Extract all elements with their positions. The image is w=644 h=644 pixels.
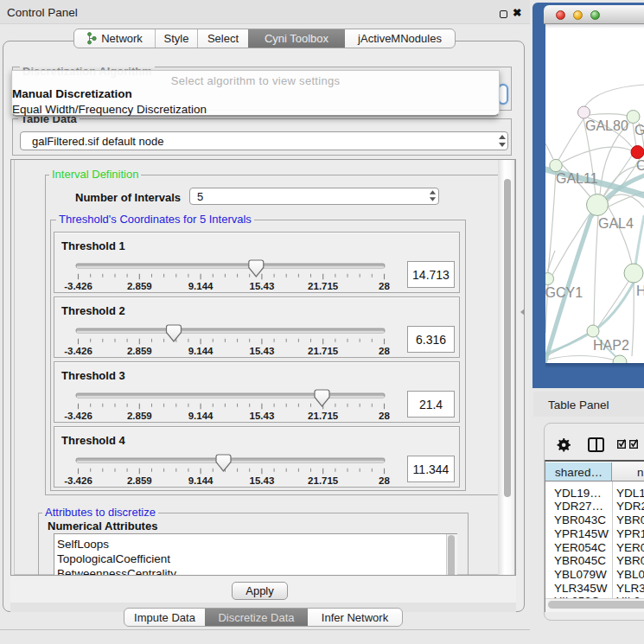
svg-text:28: 28	[379, 281, 390, 291]
svg-text:15.43: 15.43	[250, 346, 275, 356]
svg-text:GAL4: GAL4	[598, 216, 634, 231]
svg-text:15.43: 15.43	[250, 475, 275, 486]
svg-text:9.144: 9.144	[188, 346, 214, 356]
svg-text:-3.426: -3.426	[64, 411, 92, 421]
svg-text:2.859: 2.859	[127, 346, 152, 356]
svg-text:9.144: 9.144	[188, 281, 214, 291]
svg-text:GAL11: GAL11	[556, 171, 598, 186]
svg-text:GA: GA	[634, 123, 644, 137]
svg-text:2.859: 2.859	[127, 475, 152, 486]
svg-text:2.859: 2.859	[127, 411, 152, 421]
svg-text:CY: CY	[636, 158, 644, 173]
svg-text:21.715: 21.715	[308, 475, 339, 486]
svg-text:28: 28	[379, 411, 390, 421]
svg-text:28: 28	[379, 475, 390, 486]
svg-text:9.144: 9.144	[188, 475, 214, 486]
svg-text:2.859: 2.859	[127, 281, 152, 291]
svg-text:21.715: 21.715	[308, 346, 339, 356]
svg-text:21.715: 21.715	[308, 281, 339, 291]
svg-text:28: 28	[379, 346, 390, 356]
svg-text:21.715: 21.715	[308, 411, 339, 421]
svg-text:GAL80: GAL80	[585, 118, 628, 133]
svg-text:-3.426: -3.426	[64, 346, 92, 356]
svg-text:15.43: 15.43	[250, 281, 275, 291]
svg-text:-3.426: -3.426	[64, 475, 92, 486]
svg-text:-3.426: -3.426	[64, 281, 92, 291]
svg-text:HA: HA	[636, 284, 644, 298]
svg-text:15.43: 15.43	[250, 411, 275, 421]
svg-text:9.144: 9.144	[188, 411, 214, 421]
svg-text:HAP2: HAP2	[593, 338, 629, 353]
svg-text:GCY1: GCY1	[545, 285, 583, 300]
